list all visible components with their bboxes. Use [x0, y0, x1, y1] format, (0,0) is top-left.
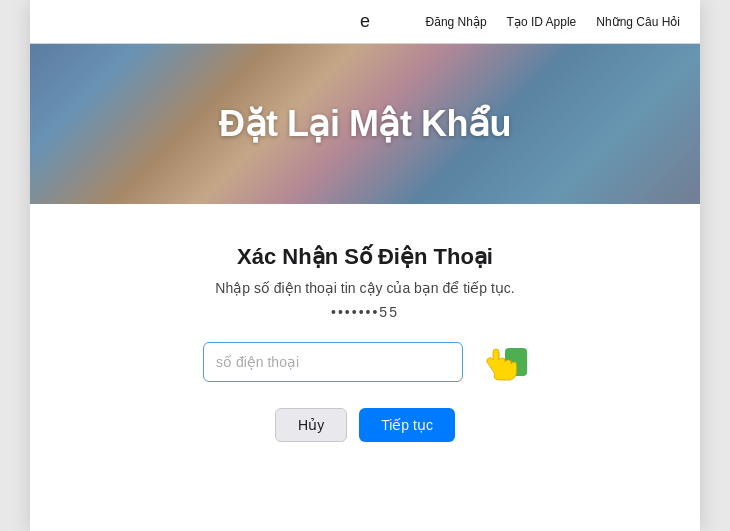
- continue-button[interactable]: Tiếp tục: [359, 408, 455, 442]
- cancel-button[interactable]: Hủy: [275, 408, 347, 442]
- content-area: Xác Nhận Số Điện Thoại Nhập số điện thoạ…: [30, 204, 700, 472]
- section-title: Xác Nhận Số Điện Thoại: [237, 244, 493, 270]
- nav-links: Đăng Nhập Tạo ID Apple Những Câu Hỏi: [426, 15, 680, 29]
- section-description: Nhập số điện thoại tin cậy của bạn để ti…: [215, 280, 514, 296]
- hero-banner: Đặt Lại Mật Khẩu: [30, 44, 700, 204]
- hand-pointer-icon: [475, 340, 527, 384]
- inner-page: e Đăng Nhập Tạo ID Apple Những Câu Hỏi Đ…: [30, 0, 700, 531]
- nav-logo: e: [360, 11, 370, 32]
- nav-signin[interactable]: Đăng Nhập: [426, 15, 487, 29]
- nav-faq[interactable]: Những Câu Hỏi: [596, 15, 680, 29]
- button-row: Hủy Tiếp tục: [275, 408, 455, 442]
- hero-title: Đặt Lại Mật Khẩu: [219, 103, 511, 145]
- nav-bar: e Đăng Nhập Tạo ID Apple Những Câu Hỏi: [30, 0, 700, 44]
- page-frame: e Đăng Nhập Tạo ID Apple Những Câu Hỏi Đ…: [0, 0, 730, 531]
- input-row: [203, 340, 527, 384]
- phone-masked: •••••••55: [331, 304, 399, 320]
- phone-input[interactable]: [203, 342, 463, 382]
- nav-create-id[interactable]: Tạo ID Apple: [507, 15, 577, 29]
